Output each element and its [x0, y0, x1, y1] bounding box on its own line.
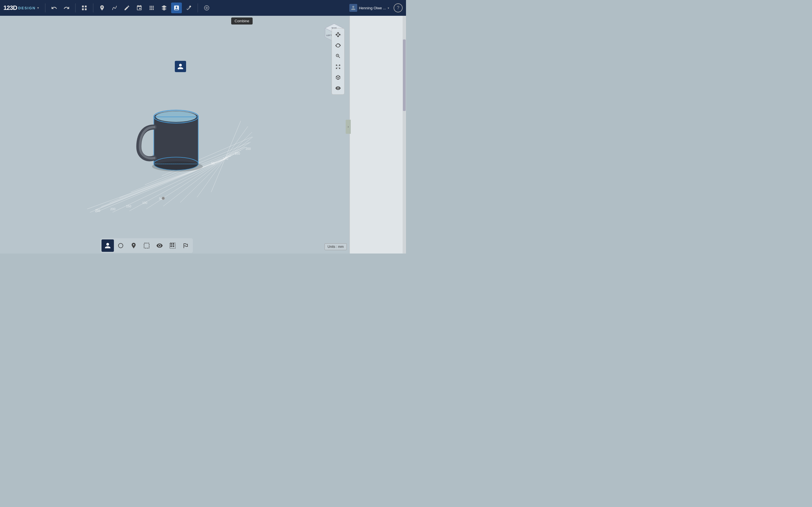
user-dropdown-arrow: ▾ [388, 6, 389, 10]
right-toolbar: Henning Olwe ... ▾ ? [347, 3, 403, 13]
svg-point-5 [206, 6, 208, 9]
material-button[interactable] [201, 3, 212, 13]
svg-text:200: 200 [110, 207, 115, 211]
snap-button[interactable] [128, 239, 140, 252]
combine-button[interactable] [171, 3, 182, 13]
bottom-toolbar-inner [100, 238, 193, 253]
separator-3 [93, 3, 93, 12]
separator-1 [45, 3, 45, 12]
user-avatar [349, 4, 357, 12]
svg-rect-3 [85, 8, 87, 10]
undo-button[interactable] [49, 3, 59, 13]
combine-tooltip: Combine [231, 17, 253, 24]
svg-text:200: 200 [246, 147, 251, 151]
logo-dropdown-arrow[interactable]: ▾ [37, 6, 39, 10]
sketch-button[interactable] [121, 3, 132, 13]
svg-text:LEFT: LEFT [326, 34, 332, 37]
user-menu[interactable]: Henning Olwe ... ▾ [347, 3, 391, 13]
logo-123d: 123D [3, 4, 17, 11]
help-button[interactable]: ? [394, 3, 403, 12]
spline-button[interactable] [109, 3, 120, 13]
svg-rect-0 [82, 6, 84, 7]
cube-view-button[interactable] [333, 72, 343, 82]
svg-text:50: 50 [159, 197, 162, 200]
group-button[interactable] [166, 239, 179, 252]
logo-design: DESIGN [18, 6, 36, 10]
smart-scale-button[interactable] [79, 3, 90, 13]
svg-rect-36 [154, 117, 198, 164]
top-toolbar: 123D DESIGN ▾ [0, 0, 406, 16]
svg-text:100: 100 [142, 201, 147, 205]
svg-line-21 [211, 121, 241, 192]
svg-rect-1 [85, 6, 87, 7]
viewport[interactable]: 250 200 150 100 50 50 100 150 200 250 [0, 16, 350, 253]
user-name: Henning Olwe ... [359, 6, 386, 10]
svg-point-33 [162, 197, 165, 200]
mug-3d [134, 86, 213, 176]
svg-text:250: 250 [95, 209, 100, 212]
box-select-button[interactable] [140, 239, 153, 252]
svg-point-44 [152, 161, 203, 172]
separator-2 [75, 3, 75, 12]
surface-button[interactable] [159, 3, 169, 13]
view-controls [332, 28, 345, 95]
measure-button[interactable] [184, 3, 194, 13]
logo-area: 123D DESIGN ▾ [3, 4, 39, 11]
right-panel [350, 16, 406, 253]
redo-button[interactable] [61, 3, 72, 13]
zoom-button[interactable] [333, 51, 343, 61]
panel-expand-arrow[interactable]: › [346, 120, 351, 134]
ungroup-button[interactable] [179, 239, 192, 252]
visibility-button[interactable] [153, 239, 166, 252]
svg-rect-46 [144, 243, 149, 248]
svg-rect-2 [82, 8, 84, 10]
svg-text:150: 150 [126, 205, 131, 208]
select-all-button[interactable] [101, 239, 114, 252]
bottom-toolbar [0, 238, 293, 253]
orbit-button[interactable] [333, 40, 343, 50]
svg-text:100: 100 [223, 157, 228, 160]
fit-button[interactable] [333, 62, 343, 72]
floating-action-icon[interactable] [175, 61, 186, 72]
scene-container: 250 200 150 100 50 50 100 150 200 250 [0, 16, 350, 238]
primitives-button[interactable] [97, 3, 107, 13]
select-shape-button[interactable] [114, 239, 127, 252]
solid-button[interactable] [134, 3, 145, 13]
pattern-button[interactable] [146, 3, 157, 13]
svg-text:150: 150 [235, 152, 240, 155]
svg-point-45 [118, 243, 123, 248]
units-label: Units : mm [324, 243, 347, 250]
separator-4 [198, 3, 198, 12]
perspective-button[interactable] [333, 83, 343, 93]
pan-button[interactable] [333, 30, 343, 40]
